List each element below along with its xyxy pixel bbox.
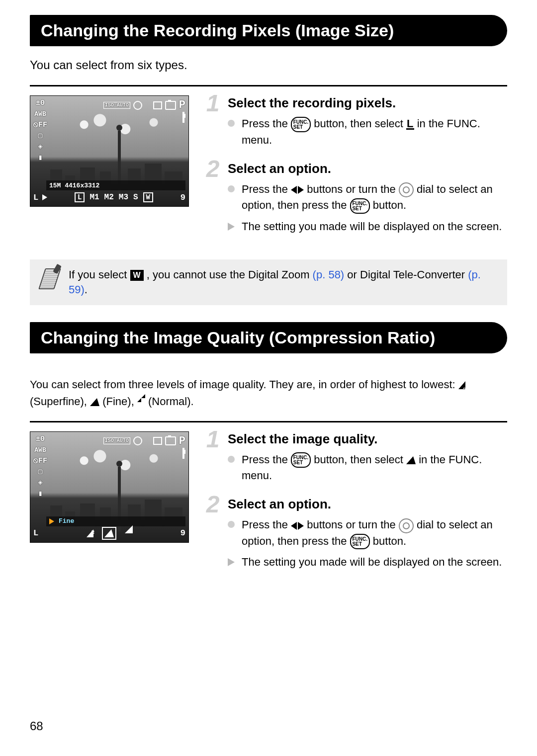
bullet-icon — [228, 521, 235, 528]
step-number: 1 — [204, 429, 222, 489]
normal-icon — [137, 394, 145, 402]
quality-text: Fine — [59, 517, 74, 525]
info-strip: Fine — [46, 516, 185, 526]
hud-left: ±0 AWB ⦸FF ▢ ◈ ▮ — [33, 435, 47, 499]
large-size-icon: L — [406, 119, 414, 130]
aspect-icon — [153, 101, 162, 109]
func-set-icon: FUNC.SET — [350, 534, 370, 549]
size-large-icon: L — [33, 193, 38, 202]
camera-screen: ±0 AWB ⦸FF ▢ ◈ ▮ ISO AUTO P 15M — [30, 95, 189, 207]
divider — [30, 421, 507, 422]
fine-icon — [90, 398, 99, 406]
lcd-preview: ±0 AWB ⦸FF ▢ ◈ ▮ ISO AUTO P 15M — [30, 95, 189, 248]
section-intro: You can select from three levels of imag… — [30, 376, 507, 410]
mode-indicator: P — [179, 99, 185, 111]
step-title: Select the image quality. — [228, 431, 507, 447]
bullet-icon — [228, 120, 235, 127]
focus-indicator: ▮ — [33, 490, 47, 499]
hud-top: ISO AUTO P — [103, 99, 185, 111]
control-dial-icon — [399, 182, 414, 197]
iso-indicator: ISO AUTO — [103, 437, 130, 444]
option-m2: M2 — [104, 193, 114, 202]
shots-remaining: 9 — [180, 193, 185, 202]
step-1: 1 Select the recording pixels. Press the… — [204, 95, 507, 153]
step-1: 1 Select the image quality. Press the FU… — [204, 431, 507, 489]
option-bar: L 9 — [33, 527, 185, 539]
iso-indicator: ISO AUTO — [103, 102, 130, 109]
focus-indicator: ▮ — [33, 154, 47, 163]
bullet-icon — [228, 456, 235, 463]
option-superfine — [87, 529, 93, 537]
manual-page: Changing the Recording Pixels (Image Siz… — [0, 0, 537, 756]
func-set-icon: FUNC.SET — [350, 198, 370, 214]
step-title: Select an option. — [228, 161, 507, 176]
page-number: 68 — [30, 719, 43, 733]
option-w: W — [143, 192, 153, 202]
left-right-icon — [291, 186, 304, 194]
section-heading: Changing the Image Quality (Compression … — [30, 322, 507, 353]
option-s: S — [133, 193, 138, 202]
note-icon — [39, 267, 59, 290]
hud-left: ±0 AWB ⦸FF ▢ ◈ ▮ — [33, 99, 47, 163]
step-bullet: Press the FUNC.SET button, then select i… — [228, 452, 507, 484]
control-dial-icon — [399, 518, 414, 533]
step-result: The setting you made will be displayed o… — [228, 554, 507, 570]
section-intro: You can select from six types. — [30, 58, 507, 72]
timer-icon — [133, 436, 142, 445]
option-l: L — [75, 192, 85, 202]
cursor-icon — [49, 518, 54, 524]
func-set-icon: FUNC.SET — [291, 452, 311, 468]
option-fine — [104, 529, 114, 537]
flash-indicator: ⦸FF — [33, 121, 47, 130]
step-2: 2 Select an option. Press the buttons or… — [204, 497, 507, 575]
drive-indicator: ▢ — [33, 468, 47, 477]
size-large-icon: L — [33, 528, 38, 538]
steps: 1 Select the recording pixels. Press the… — [204, 95, 507, 248]
tip-note: If you select W , you cannot use the Dig… — [30, 259, 507, 305]
superfine-icon — [458, 381, 465, 389]
ev-indicator: ±0 — [33, 99, 47, 108]
aspect-icon — [153, 437, 162, 445]
timer-icon — [133, 101, 142, 110]
step-number: 2 — [204, 495, 222, 575]
lcd-preview: ±0 AWB ⦸FF ▢ ◈ ▮ ISO AUTO P — [30, 431, 189, 584]
battery-icon — [182, 449, 184, 458]
mode-indicator: P — [179, 435, 185, 447]
step-title: Select an option. — [228, 497, 507, 512]
note-text: If you select W , you cannot use the Dig… — [69, 267, 498, 297]
option-normal — [125, 525, 133, 533]
steps: 1 Select the image quality. Press the FU… — [204, 431, 507, 584]
section2-row: ±0 AWB ⦸FF ▢ ◈ ▮ ISO AUTO P — [30, 431, 507, 584]
page-ref-link[interactable]: (p. 58) — [313, 268, 345, 281]
option-bar: L L M1 M2 M3 S W 9 — [33, 191, 185, 203]
ev-indicator: ±0 — [33, 435, 47, 444]
resolution-text: 15M 4416x3312 — [49, 182, 99, 189]
step-number: 2 — [204, 159, 222, 240]
meter-indicator: ◈ — [33, 479, 47, 488]
option-m3: M3 — [119, 193, 128, 202]
flash-indicator: ⦸FF — [33, 457, 47, 466]
divider — [30, 85, 507, 86]
camera-icon — [165, 436, 176, 445]
size-options: L M1 M2 M3 S W — [75, 192, 153, 202]
option-m1: M1 — [90, 193, 99, 202]
step-number: 1 — [204, 93, 222, 153]
wb-indicator: AWB — [33, 446, 47, 455]
cursor-icon — [42, 194, 47, 200]
section-heading: Changing the Recording Pixels (Image Siz… — [30, 15, 507, 46]
meter-indicator: ◈ — [33, 143, 47, 152]
battery-icon — [182, 113, 184, 122]
left-right-icon — [291, 522, 304, 530]
step-bullet: Press the buttons or turn the dial to se… — [228, 517, 507, 549]
result-icon — [228, 223, 235, 231]
step-result: The setting you made will be displayed o… — [228, 219, 507, 235]
step-2: 2 Select an option. Press the buttons or… — [204, 161, 507, 240]
shots-remaining: 9 — [180, 528, 185, 538]
result-icon — [228, 558, 235, 566]
quality-options — [87, 525, 133, 541]
step-title: Select the recording pixels. — [228, 95, 507, 111]
info-strip: 15M 4416x3312 — [46, 180, 185, 190]
step-bullet: Press the FUNC.SET button, then select L… — [228, 116, 507, 148]
fine-icon — [406, 456, 416, 464]
func-set-icon: FUNC.SET — [291, 117, 311, 132]
